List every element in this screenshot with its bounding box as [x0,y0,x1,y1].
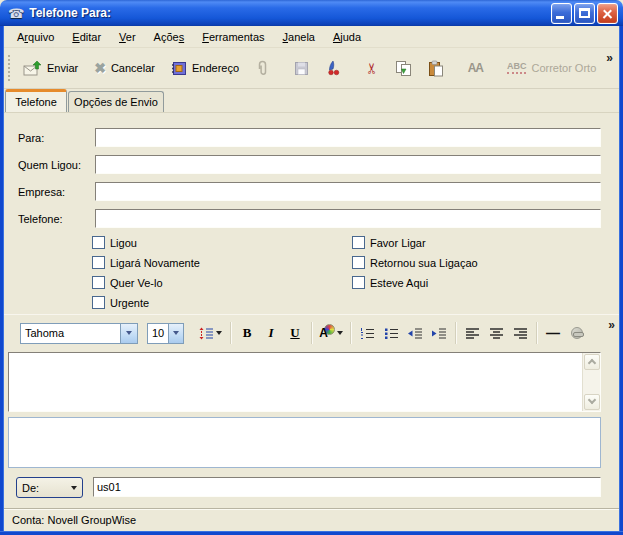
increase-indent-button[interactable] [427,321,451,345]
menu-ferramentas[interactable]: Ferramentas [193,29,273,45]
minimize-button[interactable] [551,3,572,24]
checkbox-favor-ligar[interactable] [352,236,365,249]
menu-editar[interactable]: Editar [63,29,110,45]
line-spacing-button[interactable] [194,321,226,345]
scroll-down-button[interactable] [584,394,600,410]
font-size-select[interactable]: 10 [147,323,184,344]
align-left-button[interactable] [460,321,484,345]
caller-label: Quem Ligou: [18,159,81,171]
save-button[interactable] [286,53,317,83]
chevron-down-icon [337,331,343,335]
cancel-x-icon: ✖ [94,60,106,76]
checkbox-quer-ve-lo[interactable] [92,276,105,289]
chevron-up-icon [588,359,596,367]
checkbox-favor-ligar-label: Favor Ligar [370,237,426,249]
menu-janela[interactable]: Janela [274,29,324,45]
secondary-text-input[interactable] [9,418,600,467]
attach-button[interactable] [247,53,278,83]
company-label: Empresa: [18,186,65,198]
phone-label: Telefone: [18,213,63,225]
menu-ver[interactable]: Ver [110,29,145,45]
align-right-icon [513,327,528,340]
phone-message-window: ☎ Telefone Para: Arquivo Editar Ver Açõe… [0,0,623,535]
toolbar-more-chevron[interactable]: » [606,51,613,65]
to-input[interactable] [95,128,601,147]
from-label: De: [22,482,39,494]
menu-acoes[interactable]: Ações [145,29,194,45]
horizontal-rule-icon: — [546,325,560,341]
copy-button[interactable] [387,53,420,83]
paste-button[interactable] [420,53,452,83]
maximize-button[interactable] [574,3,595,24]
paperclip-icon [255,60,270,76]
caller-input[interactable] [95,155,601,174]
save-floppy-icon [294,61,309,76]
font-family-select[interactable]: Tahoma [20,323,138,344]
phone-input[interactable] [95,209,601,228]
minimize-icon [556,16,564,19]
bulleted-list-button[interactable] [379,321,403,345]
font-color-icon: A [319,326,328,340]
decrease-indent-button[interactable] [403,321,427,345]
handwriting-button[interactable] [317,53,350,83]
menu-ajuda[interactable]: Ajuda [324,29,370,45]
send-button[interactable]: Enviar [15,53,86,83]
underline-button[interactable]: U [283,321,307,345]
toolbar-gripper[interactable] [8,55,10,81]
spellcheck-button[interactable]: ABC Corretor Orto [499,53,620,83]
format-more-chevron[interactable]: » [608,318,615,332]
address-button[interactable]: Endereço [163,53,247,83]
checkbox-urgente[interactable] [92,296,105,309]
checkbox-ligou[interactable] [92,236,105,249]
cut-button[interactable]: ✂ [358,53,387,83]
font-button[interactable]: AA [460,53,491,83]
checkbox-quer-ve-lo-label: Quer Ve-lo [110,277,163,289]
vertical-scrollbar[interactable] [582,353,600,411]
checkbox-ligara-novamente[interactable] [92,256,105,269]
titlebar[interactable]: ☎ Telefone Para: [0,0,623,26]
format-separator [536,322,537,344]
checkbox-esteve-aqui[interactable] [352,276,365,289]
font-color-button[interactable]: A [316,321,346,345]
bold-icon: B [243,325,252,341]
from-account-input[interactable] [93,477,601,497]
secondary-text-container [8,417,601,468]
window-border-right [619,26,623,531]
format-separator [311,322,312,344]
company-input[interactable] [95,182,601,201]
bold-button[interactable]: B [235,321,259,345]
numbered-list-icon [360,327,375,340]
tab-strip-line [4,112,619,113]
underline-icon: U [290,325,299,341]
horizontal-rule-button[interactable]: — [541,321,565,345]
main-toolbar: Enviar ✖ Cancelar Endereço [4,48,619,89]
font-size-value: 10 [148,327,168,339]
quill-red-dots-icon [325,60,342,76]
tab-opcoes-label: Opções de Envio [74,96,158,108]
numbered-list-button[interactable] [355,321,379,345]
checkbox-retornou-sua-ligacao[interactable] [352,256,365,269]
format-separator [350,322,351,344]
hyperlink-button[interactable] [565,321,589,345]
close-button[interactable] [597,3,618,24]
tab-telefone[interactable]: Telefone [5,89,67,112]
font-size-dropdown-button[interactable] [168,324,183,343]
align-center-icon [489,327,504,340]
tab-opcoes-de-envio[interactable]: Opções de Envio [68,91,164,112]
checkbox-retornou-sua-ligacao-label: Retornou sua Ligaçao [370,257,478,269]
address-book-icon [171,61,187,76]
align-right-button[interactable] [508,321,532,345]
message-body-input[interactable] [9,353,581,411]
italic-button[interactable]: I [259,321,283,345]
menu-arquivo[interactable]: Arquivo [8,29,63,45]
cancel-button[interactable]: ✖ Cancelar [86,53,163,83]
chevron-down-icon [71,486,77,490]
scroll-up-button[interactable] [584,354,600,370]
tab-telefone-label: Telefone [15,96,57,108]
font-family-dropdown-button[interactable] [120,324,137,343]
from-dropdown[interactable]: De: [16,477,83,498]
message-body-container [8,352,601,412]
format-separator [455,322,456,344]
align-center-button[interactable] [484,321,508,345]
italic-icon: I [268,325,273,341]
